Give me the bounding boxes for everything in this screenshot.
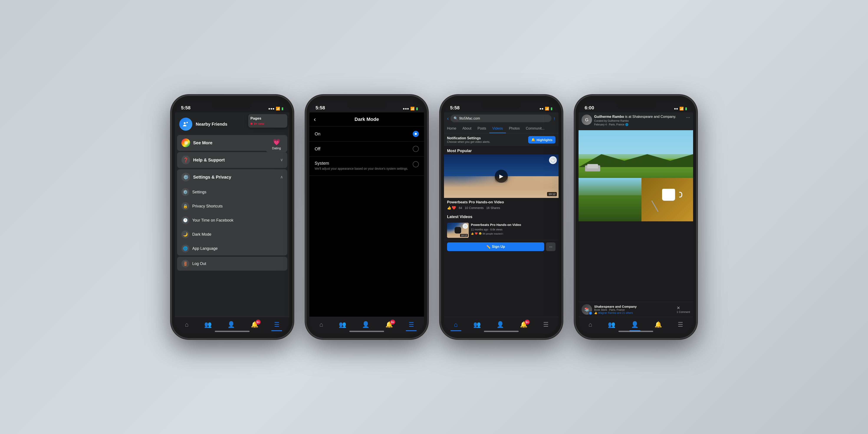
dm-on-radio[interactable] — [413, 131, 419, 137]
share-button-3[interactable]: ↑ — [553, 116, 556, 121]
privacy-shortcuts-item[interactable]: 🔒 Privacy Shortcuts — [177, 199, 287, 213]
tab-videos-page[interactable]: Videos — [489, 124, 506, 133]
time-on-facebook-item[interactable]: 🕐 Your Time on Facebook — [177, 213, 287, 227]
latest-product — [455, 227, 461, 234]
dark-mode-item[interactable]: 🌙 Dark Mode — [177, 227, 287, 242]
tab-profile-4[interactable]: 👤 — [631, 321, 639, 328]
videos-header: ‹ 🔍 9to5Mac.com ↑ — [444, 113, 559, 124]
settings-item[interactable]: ⚙️ Settings — [177, 185, 287, 199]
tab-menu-1[interactable]: ☰ — [274, 321, 279, 328]
tab-friends-3[interactable]: 👥 — [473, 321, 481, 328]
settings-privacy-section[interactable]: ⚙️ Settings & Privacy ∧ ⚙️ Settings 🔒 Pr… — [177, 169, 287, 255]
settings-chevron[interactable]: ∧ — [280, 175, 283, 180]
settings-privacy-header[interactable]: ⚙️ Settings & Privacy ∧ — [177, 169, 287, 185]
time-facebook-icon: 🕐 — [181, 216, 189, 224]
svg-point-0 — [184, 122, 186, 124]
tab-menu-3[interactable]: ☰ — [543, 321, 549, 328]
tab-profile-3[interactable]: 👤 — [496, 321, 504, 328]
home-icon-2: ⌂ — [319, 321, 323, 328]
location-card[interactable]: 📚 ✓ Shakespeare and Company Book Store ·… — [579, 302, 693, 317]
menu-icon-4: ☰ — [678, 321, 683, 328]
app-language-label: App Language — [192, 246, 218, 251]
tab-home-4[interactable]: ⌂ — [589, 321, 592, 328]
tab-profile-2[interactable]: 👤 — [362, 321, 370, 328]
home-icon-3: ⌂ — [454, 321, 458, 328]
tab-notifications-3[interactable]: 🔔 9+ — [520, 321, 528, 328]
tab-home-2[interactable]: ⌂ — [319, 321, 323, 328]
logout-item[interactable]: 🚪 Log Out — [177, 257, 287, 271]
see-more-icon: ⊞ — [181, 138, 190, 147]
profile-icon-4: 👤 — [631, 321, 639, 328]
help-support-header[interactable]: ❓ Help & Support ∨ — [177, 152, 287, 168]
logout-section[interactable]: 🚪 Log Out — [177, 257, 287, 271]
battery-icon-4: ▮ — [685, 106, 687, 111]
status-time-4: 6:00 — [585, 105, 594, 111]
tab-about-page[interactable]: About — [459, 124, 474, 133]
more-button[interactable]: ··· — [546, 242, 556, 251]
notif-badge-2: 9+ — [390, 320, 395, 324]
menu-icon-3: ☰ — [543, 321, 549, 328]
location-badge: ✓ — [589, 311, 592, 315]
coffee-photo — [642, 178, 693, 221]
video-title: Powerbeats Pro Hands-on Video — [447, 200, 556, 205]
photo-collage — [579, 178, 693, 221]
tab-menu-2[interactable]: ☰ — [409, 321, 414, 328]
poster-name: Guilherme Rambo is at Shakespeare and Co… — [594, 115, 684, 119]
notifications-icon-4: 🔔 — [654, 321, 662, 328]
pages-popup[interactable]: Pages 9+ new — [248, 114, 287, 128]
tab-home-1[interactable]: ⌂ — [185, 321, 189, 328]
video-play-button[interactable]: ▶ — [495, 170, 508, 183]
tab-notifications-4[interactable]: 🔔 — [654, 321, 662, 328]
sign-up-button[interactable]: ✏️ Sign Up — [447, 242, 544, 251]
video-clock-icon: 🕐 — [549, 156, 557, 164]
tab-profile-1[interactable]: 👤 — [227, 321, 235, 328]
pages-badge: 9+ new — [250, 122, 285, 125]
dating-popup[interactable]: 💗 Dating — [266, 136, 287, 152]
poster-details: Guilherme Rambo is at Shakespeare and Co… — [594, 115, 684, 126]
tab-notifications-1[interactable]: 🔔 9+ — [251, 321, 258, 328]
dark-mode-off-option[interactable]: Off — [309, 142, 424, 156]
post-more-button[interactable]: ··· — [686, 115, 690, 120]
latest-reactions: 👍 ❤️ 😂 84 people reacted t — [471, 232, 556, 235]
car-top — [587, 164, 598, 168]
tab-menu-4[interactable]: ☰ — [678, 321, 683, 328]
tab-photos-page[interactable]: Photos — [506, 124, 523, 133]
dark-mode-system-option[interactable]: System We'll adjust your appearance base… — [309, 156, 424, 176]
dark-mode-on-option[interactable]: On — [309, 126, 424, 142]
help-support-section[interactable]: ❓ Help & Support ∨ — [177, 152, 287, 168]
tab-notifications-2[interactable]: 🔔 9+ — [385, 321, 393, 328]
dm-system-radio[interactable] — [413, 161, 419, 167]
tab-friends-1[interactable]: 👥 — [204, 321, 212, 328]
tab-community-page[interactable]: Communit... — [523, 124, 548, 133]
home-indicator-1 — [215, 331, 250, 332]
tab-friends-4[interactable]: 👥 — [608, 321, 615, 328]
help-support-icon: ❓ — [181, 156, 190, 164]
back-button-3[interactable]: ‹ — [447, 116, 449, 122]
friends-icon-4: 👥 — [608, 321, 615, 328]
dm-system-info: System We'll adjust your appearance base… — [315, 161, 408, 171]
most-popular-video-thumb[interactable]: 🕐 ▶ 10:12 — [444, 155, 559, 198]
app-language-item[interactable]: 🌐 App Language — [177, 242, 287, 255]
tab-home-page[interactable]: Home — [444, 124, 459, 133]
tab-friends-2[interactable]: 👥 — [339, 321, 346, 328]
privacy-shortcuts-label: Privacy Shortcuts — [192, 204, 223, 209]
sign-up-label: Sign Up — [492, 245, 505, 249]
settings-item-icon: ⚙️ — [181, 188, 189, 196]
home-indicator-2 — [349, 331, 384, 332]
latest-video-item[interactable]: 🕐 10:12 Powerbeats Pro Hands-on Video 11… — [444, 220, 559, 240]
help-chevron[interactable]: ∨ — [280, 158, 283, 162]
home-indicator-3 — [484, 331, 519, 332]
poster-avatar[interactable]: G — [582, 115, 592, 125]
status-icons-4: ●● 📶 ▮ — [674, 106, 687, 111]
dating-label: Dating — [272, 147, 281, 150]
search-bar-3[interactable]: 🔍 9to5Mac.com — [451, 115, 551, 122]
back-button-2[interactable]: ‹ — [314, 116, 316, 123]
video-duration: 10:12 — [547, 192, 557, 196]
tab-posts-page[interactable]: Posts — [474, 124, 489, 133]
highlights-button[interactable]: 🔔 Highlights — [528, 136, 556, 144]
status-icons-2: ●●● 📶 ▮ — [403, 106, 418, 111]
search-icon-3: 🔍 — [454, 116, 458, 120]
tab-home-3[interactable]: ⌂ — [454, 321, 458, 328]
dm-off-radio[interactable] — [413, 146, 419, 152]
close-button-4[interactable]: ✕ — [677, 305, 690, 311]
